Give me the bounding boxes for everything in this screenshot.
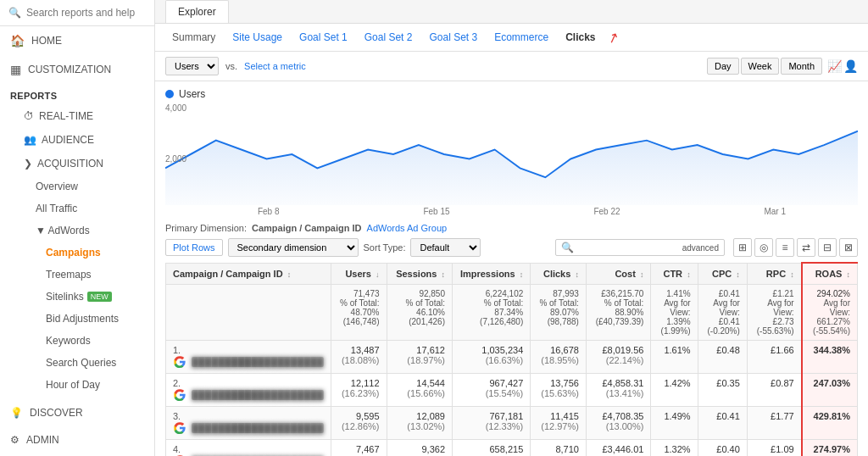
row-rpc: £1.66 [747,341,801,374]
col-roas[interactable]: ROAS ↕ [802,263,858,285]
table-search-box[interactable]: 🔍 advanced [555,239,725,256]
bar-chart-icon[interactable]: 👤 [843,59,858,73]
grid-view-icon[interactable]: ⊞ [733,238,752,257]
row-cpc: £0.48 [698,341,747,374]
tab-clicks[interactable]: Clicks [559,29,602,46]
tab-goal-set-1[interactable]: Goal Set 1 [292,29,354,46]
data-table: Campaign / Campaign ID ↕ Users ↓ Session… [165,262,858,456]
primary-dim-label: Primary Dimension: [165,223,247,233]
tab-summary[interactable]: Summary [165,29,222,46]
col-impressions[interactable]: Impressions ↕ [453,263,531,285]
sidebar-item-admin[interactable]: ⚙ ADMIN [0,426,154,453]
row-impressions: 658,215(10.58%) [453,440,531,457]
day-button[interactable]: Day [707,58,739,75]
sidebar: 🔍 🏠 HOME ▦ CUSTOMIZATION Reports ⏱ REAL-… [0,0,155,456]
pie-view-icon[interactable]: ◎ [754,238,773,257]
x-label-feb8: Feb 8 [258,207,280,216]
custom-view-icon[interactable]: ⊠ [839,238,858,257]
x-label-feb15: Feb 15 [423,207,449,216]
audience-icon: 👥 [24,134,36,146]
row-ctr: 1.61% [651,341,698,374]
controls-bar: Users vs. Select a metric Day Week Month… [155,52,868,81]
row-cost: £8,019.56(22.14%) [586,341,650,374]
row-roas: 274.97% [802,440,858,457]
row-cpc: £0.35 [698,374,747,407]
sort-type-select[interactable]: Default [410,238,481,257]
plot-rows-button[interactable]: Plot Rows [165,239,223,256]
sidebar-item-customization[interactable]: ▦ CUSTOMIZATION [0,55,154,84]
sidebar-item-treemaps[interactable]: Treemaps [0,264,154,286]
tab-site-usage[interactable]: Site Usage [225,29,289,46]
sidebar-item-realtime[interactable]: ⏱ REAL-TIME [0,104,154,128]
treemaps-label: Treemaps [46,269,92,281]
primary-dim-bar: Primary Dimension: Campaign / Campaign I… [165,223,858,233]
explorer-tab[interactable]: Explorer [165,0,229,23]
row-rpc: £1.77 [747,407,801,440]
chart-legend: Users [165,88,858,100]
sidebar-item-search-queries[interactable]: Search Queries [0,352,154,374]
metric-select[interactable]: Users [165,57,219,75]
hour-of-day-label: Hour of Day [46,379,100,391]
col-ctr[interactable]: CTR ↕ [651,263,698,285]
advanced-link[interactable]: advanced [682,243,719,253]
sitelinks-label: Sitelinks [46,291,84,303]
sidebar-item-all-traffic[interactable]: All Traffic [0,197,154,220]
search-bar[interactable]: 🔍 [0,0,154,26]
chart-container: 4,000 2,000 [165,103,858,205]
row-clicks: 16,678(18.95%) [531,341,587,374]
row-rpc: £0.87 [747,374,801,407]
col-users[interactable]: Users ↓ [331,263,387,285]
adwords-ad-group-link[interactable]: AdWords Ad Group [367,223,448,233]
red-arrow-indicator: ↗ [605,28,621,47]
keywords-label: Keywords [46,335,91,347]
sidebar-item-adwords[interactable]: ▼ AdWords [0,220,154,242]
tab-goal-set-3[interactable]: Goal Set 3 [422,29,484,46]
table-row: 2. ████████████████████ 12,112(16.23%) 1… [166,374,858,407]
month-button[interactable]: Month [781,58,822,75]
col-campaign[interactable]: Campaign / Campaign ID ↕ [166,263,331,285]
pivot-view-icon[interactable]: ⊟ [818,238,837,257]
row-users: 12,112(16.23%) [331,374,387,407]
table-row: 3. ████████████████████ 9,595(12.86%) 12… [166,407,858,440]
sidebar-item-acquisition[interactable]: ❯ ACQUISITION [0,152,154,175]
all-traffic-label: All Traffic [36,203,77,214]
tab-ecommerce[interactable]: Ecommerce [487,29,555,46]
google-ads-icon [173,355,186,369]
line-chart-icon[interactable]: 📈 [827,59,842,73]
table-search-input[interactable] [577,242,679,253]
sidebar-item-overview[interactable]: Overview [0,175,154,197]
col-rpc[interactable]: RPC ↕ [747,263,801,285]
row-cost: £4,858.31(13.41%) [586,374,650,407]
sidebar-item-home[interactable]: 🏠 HOME [0,26,154,55]
bid-adjustments-label: Bid Adjustments [46,313,119,325]
total-roas: 294.02% Avg for View:661.27% (-55.54%) [802,285,858,341]
list-view-icon[interactable]: ≡ [776,238,794,257]
col-cpc[interactable]: CPC ↕ [698,263,747,285]
sidebar-item-bid-adjustments[interactable]: Bid Adjustments [0,308,154,330]
realtime-label: REAL-TIME [39,110,93,122]
week-button[interactable]: Week [741,58,780,75]
campaigns-label: Campaigns [46,247,101,259]
sub-tab-bar: Summary Site Usage Goal Set 1 Goal Set 2… [155,24,868,52]
col-clicks[interactable]: Clicks ↕ [531,263,587,285]
sidebar-item-hour-of-day[interactable]: Hour of Day [0,374,154,396]
col-sessions[interactable]: Sessions ↕ [387,263,452,285]
sidebar-item-discover[interactable]: 💡 DISCOVER [0,399,154,426]
search-input[interactable] [26,7,146,19]
col-cost[interactable]: Cost ↕ [586,263,650,285]
select-metric-link[interactable]: Select a metric [244,61,306,71]
row-users: 9,595(12.86%) [331,407,387,440]
row-cpc: £0.40 [698,440,747,457]
sidebar-item-keywords[interactable]: Keywords [0,330,154,352]
sidebar-item-audience[interactable]: 👥 AUDIENCE [0,128,154,152]
search-queries-label: Search Queries [46,357,116,369]
row-ctr: 1.42% [651,374,698,407]
row-num-campaign: 4. ████████████████████ [166,440,331,457]
total-label [166,285,331,341]
secondary-dim-select[interactable]: Secondary dimension [228,238,359,257]
compare-view-icon[interactable]: ⇄ [797,238,815,257]
table-search-icon: 🔍 [561,242,574,253]
tab-goal-set-2[interactable]: Goal Set 2 [358,29,420,46]
sidebar-item-sitelinks[interactable]: Sitelinks NEW [0,286,154,308]
sidebar-item-campaigns[interactable]: Campaigns [0,242,154,264]
